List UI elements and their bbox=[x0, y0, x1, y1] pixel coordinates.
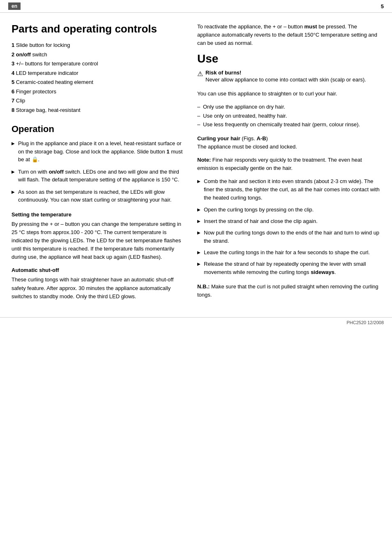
operation-list: Plug in the appliance and place it on a … bbox=[12, 139, 184, 204]
item-text: LED temperature indicator bbox=[16, 70, 78, 76]
item-text: Plug in the appliance and place it on a … bbox=[18, 140, 182, 162]
language-badge: en bbox=[8, 2, 21, 10]
list-item: Open the curling tongs by pressing on th… bbox=[197, 206, 380, 214]
item-number: 8 bbox=[12, 107, 14, 113]
item-text: Finger protectors bbox=[16, 88, 56, 95]
reactivate-text: To reactivate the appliance, the + or – … bbox=[197, 23, 380, 47]
page: en 5 Parts and operating controls 1 Slid… bbox=[0, 0, 392, 557]
content-area: Parts and operating controls 1 Slide but… bbox=[0, 13, 392, 313]
item-text: Use only on untreated, healthy hair. bbox=[203, 113, 287, 119]
list-item: 2 on/off switch bbox=[12, 51, 184, 59]
nb-text: N.B.: Make sure that the curl is not pul… bbox=[197, 283, 380, 299]
list-item: 7 Clip bbox=[12, 97, 184, 105]
item-number: 7 bbox=[12, 97, 14, 104]
item-text: Comb the hair and section it into even s… bbox=[204, 178, 380, 201]
left-column: Parts and operating controls 1 Slide but… bbox=[12, 23, 184, 305]
risk-box: ⚠ Risk of burns! Never allow appliance t… bbox=[197, 70, 380, 84]
item-text: Use less frequently on chemically treate… bbox=[203, 121, 360, 128]
curling-title-text: Curling your hair (Figs. A-B) The applia… bbox=[197, 135, 380, 151]
item-text: Now pull the curling tongs down to the e… bbox=[204, 230, 379, 244]
right-column: To reactivate the appliance, the + or – … bbox=[197, 23, 380, 305]
item-text: Turn on with on/off switch. LEDs one and… bbox=[18, 169, 179, 183]
item-text: Slide button for locking bbox=[16, 42, 70, 48]
list-item: Use only on untreated, healthy hair. bbox=[197, 112, 380, 120]
list-item: Plug in the appliance and place it on a … bbox=[12, 139, 184, 164]
item-text: Storage bag, heat-resistant bbox=[16, 107, 81, 113]
auto-shutoff-title: Automatic shut-off bbox=[12, 267, 184, 273]
item-text: Leave the curling tongs in the hair for … bbox=[204, 249, 370, 255]
list-item: As soon as the set temperature is reache… bbox=[12, 188, 184, 204]
item-text: Release the strand of hair by repeatedly… bbox=[204, 261, 366, 275]
item-number: 6 bbox=[12, 88, 14, 95]
item-text: Insert the strand of hair and close the … bbox=[204, 218, 318, 224]
item-number: 2 bbox=[12, 51, 14, 58]
item-number: 1 bbox=[12, 42, 14, 48]
setting-temp-title: Setting the temperature bbox=[12, 211, 184, 218]
list-item: Release the strand of hair by repeatedly… bbox=[197, 260, 380, 276]
risk-title: Risk of burns! bbox=[205, 70, 366, 76]
list-item: Only use the appliance on dry hair. bbox=[197, 103, 380, 111]
curling-steps-list: Comb the hair and section it into even s… bbox=[197, 177, 380, 276]
footer-text: PHC2520 12/2008 bbox=[346, 320, 384, 325]
list-item: 3 +/– buttons for temperature control bbox=[12, 60, 184, 68]
warning-icon: ⚠ bbox=[197, 70, 203, 78]
use-intro-text: You can use this appliance to straighten… bbox=[197, 90, 380, 98]
list-item: Insert the strand of hair and close the … bbox=[197, 217, 380, 225]
risk-text: Never allow appliance to come into conta… bbox=[205, 76, 366, 84]
item-number: 4 bbox=[12, 70, 14, 76]
list-item: 6 Finger protectors bbox=[12, 88, 184, 96]
item-number: 5 bbox=[12, 79, 14, 85]
auto-shutoff-text: These curling tongs with hair straighten… bbox=[12, 276, 184, 300]
top-bar: en 5 bbox=[0, 0, 392, 13]
operation-section-title: Operation bbox=[12, 124, 184, 135]
list-item: Leave the curling tongs in the hair for … bbox=[197, 248, 380, 257]
item-text: Open the curling tongs by pressing on th… bbox=[204, 207, 314, 213]
item-text: Clip bbox=[16, 97, 25, 104]
note-text: Note: Fine hair responds very quickly to… bbox=[197, 156, 380, 172]
item-text: As soon as the set temperature is reache… bbox=[18, 189, 171, 203]
parts-list: 1 Slide button for locking 2 on/off swit… bbox=[12, 41, 184, 114]
use-bullet-list: Only use the appliance on dry hair. Use … bbox=[197, 103, 380, 129]
list-item: 5 Ceramic-coated heating element bbox=[12, 78, 184, 86]
list-item: 8 Storage bag, heat-resistant bbox=[12, 106, 184, 114]
list-item: Use less frequently on chemically treate… bbox=[197, 121, 380, 129]
risk-content: Risk of burns! Never allow appliance to … bbox=[205, 70, 366, 84]
footer: PHC2520 12/2008 bbox=[0, 317, 392, 327]
item-text: on/off switch bbox=[16, 51, 47, 58]
setting-temp-text: By pressing the + or – button you can ch… bbox=[12, 220, 184, 262]
list-item: 4 LED temperature indicator bbox=[12, 69, 184, 77]
item-number: 3 bbox=[12, 60, 14, 67]
list-item: Turn on with on/off switch. LEDs one and… bbox=[12, 168, 184, 184]
list-item: 1 Slide button for locking bbox=[12, 41, 184, 49]
item-text: Ceramic-coated heating element bbox=[16, 79, 93, 85]
use-section-title: Use bbox=[197, 52, 380, 65]
item-text: +/– buttons for temperature control bbox=[16, 60, 98, 67]
list-item: Now pull the curling tongs down to the e… bbox=[197, 229, 380, 245]
curling-subtitle: The appliance must be closed and locked. bbox=[197, 144, 297, 150]
page-number: 5 bbox=[381, 3, 384, 9]
list-item: Comb the hair and section it into even s… bbox=[197, 177, 380, 202]
item-text: Only use the appliance on dry hair. bbox=[203, 104, 285, 110]
parts-section-title: Parts and operating controls bbox=[12, 23, 184, 35]
